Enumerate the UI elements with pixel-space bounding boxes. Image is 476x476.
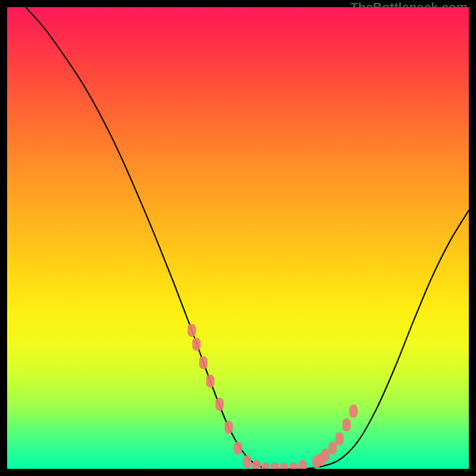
marker-dot xyxy=(271,462,279,469)
marker-dot xyxy=(243,455,252,468)
marker-dot xyxy=(187,324,196,337)
bottleneck-curve-path xyxy=(26,7,469,469)
plot-area xyxy=(7,7,469,469)
marker-dot xyxy=(262,462,270,469)
marker-dot xyxy=(328,441,337,455)
marker-dot xyxy=(342,418,350,431)
marker-group xyxy=(187,324,358,469)
marker-dot xyxy=(299,460,307,469)
curve-layer xyxy=(7,7,469,469)
marker-dot xyxy=(215,397,224,411)
marker-dot xyxy=(199,356,208,369)
marker-dot xyxy=(349,405,358,418)
marker-dot xyxy=(206,375,214,388)
marker-dot xyxy=(280,462,289,469)
marker-dot xyxy=(234,441,242,455)
marker-dot xyxy=(192,337,201,350)
marker-dot xyxy=(224,421,233,434)
marker-dot xyxy=(289,462,298,469)
chart-container: TheBottleneck.com xyxy=(0,0,476,476)
marker-dot xyxy=(336,433,344,446)
marker-dot xyxy=(252,460,261,469)
